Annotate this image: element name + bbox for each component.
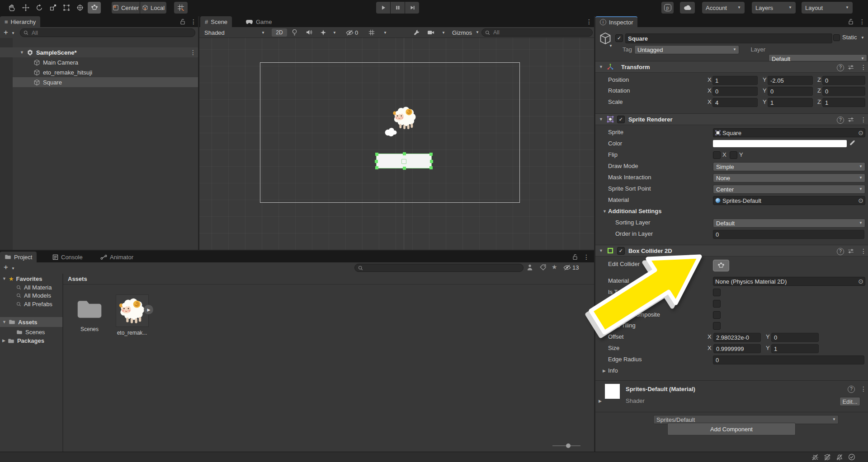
position-z-field[interactable]: 0 xyxy=(822,76,865,85)
component-menu-icon[interactable]: ⋮ xyxy=(860,64,867,70)
auto-tiling-checkbox[interactable] xyxy=(713,322,721,330)
additional-settings-row[interactable]: ▼ Additional Settings xyxy=(595,207,868,216)
project-search-input[interactable] xyxy=(365,264,520,271)
preset-icon[interactable] xyxy=(848,117,854,122)
move-tool-button[interactable] xyxy=(19,2,32,14)
rotation-z-field[interactable]: 0 xyxy=(822,87,865,96)
tab-animator[interactable]: Animator xyxy=(96,252,138,262)
sorting-layer-dropdown[interactable]: Default▼ xyxy=(713,219,865,228)
scene-camera-settings-button[interactable] xyxy=(427,30,434,35)
project-lock-icon[interactable] xyxy=(572,254,578,260)
order-in-layer-field[interactable]: 0 xyxy=(713,230,864,239)
scene-menu-icon[interactable]: ⋮ xyxy=(190,49,196,56)
collider-handle[interactable] xyxy=(375,153,378,156)
preset-icon[interactable] xyxy=(848,65,854,70)
hierarchy-menu-icon[interactable]: ⋮ xyxy=(190,19,197,25)
project-menu-icon[interactable]: ⋮ xyxy=(583,254,590,260)
effects-dropdown-caret[interactable]: ▼ xyxy=(333,31,336,35)
foldout-open-icon[interactable]: ▼ xyxy=(599,65,603,69)
scene-canvas[interactable] xyxy=(199,38,594,250)
scene-lighting-button[interactable] xyxy=(292,29,297,36)
tree-all-prefabs[interactable]: All Prefabs xyxy=(0,300,62,308)
tree-all-models[interactable]: All Models xyxy=(0,291,62,300)
asset-item-scenes[interactable]: Scenes xyxy=(72,294,107,338)
help-icon[interactable]: ? xyxy=(837,248,844,255)
sr-material-object-field[interactable]: Sprites-Default ⊙ xyxy=(713,196,865,205)
pause-button[interactable] xyxy=(391,2,405,14)
square-sprite-selected[interactable] xyxy=(376,154,432,168)
info-row[interactable]: ▶ Info xyxy=(595,366,868,375)
foldout-closed-icon[interactable]: ▶ xyxy=(2,339,5,343)
offset-x-field[interactable]: 2.980232e-0 xyxy=(713,333,761,342)
scene-visibility-button[interactable]: 0 xyxy=(346,29,358,36)
hierarchy-lock-icon[interactable] xyxy=(180,19,185,25)
tab-hierarchy[interactable]: ≡ Hierarchy xyxy=(0,16,40,27)
sprite-renderer-header[interactable]: ▼ ✓ Sprite Renderer ? ⋮ xyxy=(595,113,868,125)
gameobject-active-checkbox[interactable]: ✓ xyxy=(615,34,623,42)
scene-effects-button[interactable] xyxy=(320,29,326,36)
hierarchy-search-input[interactable] xyxy=(31,29,192,37)
asset-zoom-slider[interactable] xyxy=(552,443,580,448)
eyedropper-icon[interactable] xyxy=(849,140,855,146)
hand-tool-button[interactable] xyxy=(5,2,19,14)
favorites-filter-icon[interactable]: ★ xyxy=(552,263,557,271)
layout-dropdown[interactable]: Layout▼ xyxy=(802,2,853,14)
collider-handle[interactable] xyxy=(430,160,433,163)
slider-handle[interactable] xyxy=(566,443,571,448)
collider-handle[interactable] xyxy=(429,166,433,169)
grid-snap-button[interactable] xyxy=(174,2,188,14)
camera-dropdown-caret[interactable]: ▼ xyxy=(442,31,445,35)
draw-mode-dropdown[interactable]: Simple▼ xyxy=(713,162,865,171)
collider-handle[interactable] xyxy=(429,153,433,156)
object-picker-icon[interactable]: ⊙ xyxy=(858,277,863,285)
transform-header[interactable]: ▼ Transform ? ⋮ xyxy=(595,61,868,73)
hierarchy-item-square[interactable]: Square xyxy=(0,77,198,87)
scale-y-field[interactable]: 1 xyxy=(768,98,813,107)
asset-expand-button[interactable]: ▶ xyxy=(144,305,153,314)
scene-search-input[interactable] xyxy=(492,29,589,36)
offset-y-field[interactable]: 0 xyxy=(771,333,819,342)
tab-scene[interactable]: # Scene xyxy=(200,16,232,27)
box-collider-enabled-checkbox[interactable]: ✓ xyxy=(617,247,625,255)
shader-edit-button[interactable]: Edit... xyxy=(840,397,860,406)
static-dropdown-caret[interactable]: ▼ xyxy=(861,36,864,40)
flip-y-checkbox[interactable] xyxy=(730,151,737,159)
box-collider-header[interactable]: ▼ ✓ Box Collider 2D ? ⋮ xyxy=(595,245,868,257)
scale-tool-button[interactable] xyxy=(46,2,59,14)
scene-menu-icon[interactable]: ⋮ xyxy=(586,19,592,25)
tab-game[interactable]: Game xyxy=(241,16,276,27)
component-menu-icon[interactable]: ⋮ xyxy=(860,248,867,254)
layers-dropdown[interactable]: Layers▼ xyxy=(752,2,796,14)
sprite-object-field[interactable]: Square ⊙ xyxy=(713,128,865,137)
inspector-menu-icon[interactable]: ⋮ xyxy=(859,19,865,25)
play-button[interactable] xyxy=(376,2,390,14)
help-icon[interactable]: ? xyxy=(848,386,855,393)
gameobject-name-field[interactable]: Square xyxy=(625,33,832,43)
foldout-closed-icon[interactable]: ▶ xyxy=(603,369,606,373)
material-menu-icon[interactable]: ⋮ xyxy=(860,386,867,392)
label-filter-icon[interactable] xyxy=(540,264,546,271)
edit-collider-tool-button[interactable] xyxy=(88,2,101,14)
version-control-button[interactable]: p xyxy=(661,2,674,14)
tab-inspector[interactable]: i Inspector xyxy=(595,16,637,27)
collider-handle[interactable] xyxy=(403,167,406,170)
tree-packages[interactable]: ▶ Packages xyxy=(0,336,62,345)
add-dropdown-caret[interactable]: ▼ xyxy=(11,32,15,35)
tree-scenes[interactable]: Scenes xyxy=(0,328,62,336)
scene-audio-button[interactable] xyxy=(306,29,312,35)
object-picker-icon[interactable]: ⊙ xyxy=(858,196,863,205)
scale-z-field[interactable]: 1 xyxy=(822,98,865,107)
hierarchy-item-eto-remake-hitsuji[interactable]: eto_remake_hitsuji xyxy=(0,67,198,77)
transform-tool-button[interactable] xyxy=(73,2,86,14)
project-search[interactable] xyxy=(354,264,524,272)
rotation-x-field[interactable]: 0 xyxy=(712,87,758,96)
collider-handle[interactable] xyxy=(375,160,378,163)
hierarchy-scene-row[interactable]: ▼ SampleScene* ⋮ xyxy=(0,47,198,57)
is-trigger-checkbox[interactable] xyxy=(713,289,721,296)
tree-assets[interactable]: ▼ Assets xyxy=(0,317,62,327)
cloud-sprite[interactable] xyxy=(384,126,398,137)
foldout-open-icon[interactable]: ▼ xyxy=(2,320,6,324)
static-checkbox[interactable] xyxy=(833,34,840,41)
scale-x-field[interactable]: 4 xyxy=(712,98,758,107)
gizmos-dropdown[interactable]: Gizmos ▼ xyxy=(452,27,479,38)
